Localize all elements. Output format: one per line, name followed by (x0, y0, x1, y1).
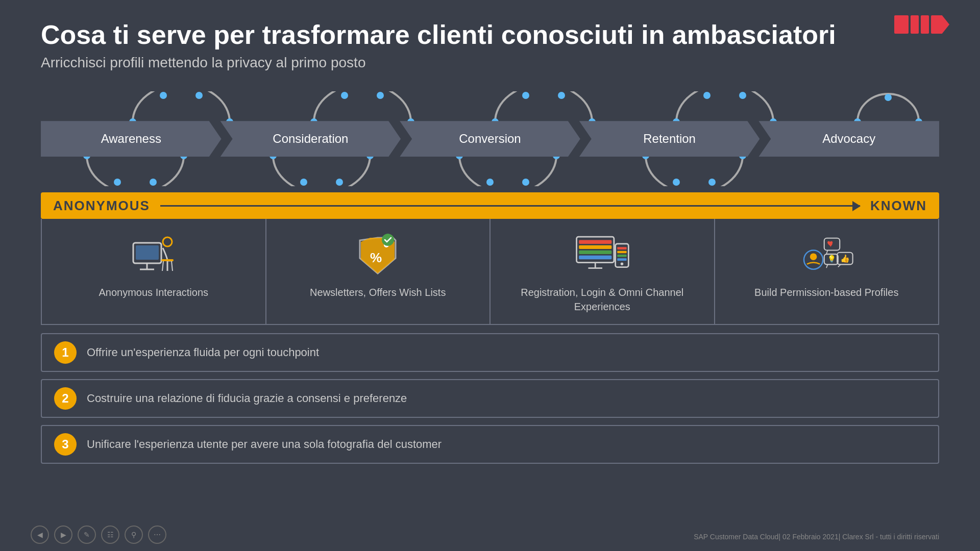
nav-more-button[interactable]: ⋯ (148, 525, 166, 544)
numbered-items-section: 1 Offrire un'esperienza fluida per ogni … (41, 333, 939, 464)
svg-point-21 (150, 179, 157, 186)
number-circle-2: 2 (54, 387, 77, 410)
card-label-newsletters: Newsletters, Offers Wish Lists (310, 285, 446, 299)
numbered-item-2: 2 Costruire una relazione di fiducia gra… (41, 379, 939, 418)
svg-point-59 (621, 262, 624, 265)
svg-rect-56 (617, 251, 626, 253)
stage-conversion: Conversion (400, 121, 580, 157)
svg-point-32 (673, 179, 680, 186)
svg-text:%: % (370, 250, 382, 265)
svg-rect-49 (579, 245, 611, 248)
numbered-item-3: 3 Unificare l'esperienza utente per aver… (41, 425, 939, 464)
screen-devices-icon (574, 231, 630, 277)
known-label: KNOWN (870, 198, 927, 214)
nav-grid-button[interactable]: ☷ (101, 525, 119, 544)
svg-line-42 (162, 261, 163, 271)
svg-point-28 (486, 179, 494, 186)
svg-point-1 (160, 92, 167, 99)
stage-awareness: Awareness (41, 121, 222, 157)
number-circle-3: 3 (54, 433, 77, 456)
numbered-item-1: 1 Offrire un'esperienza fluida per ogni … (41, 333, 939, 372)
svg-point-10 (558, 92, 565, 99)
svg-point-17 (885, 94, 892, 101)
sub-title: Arricchisci profili mettendo la privacy … (41, 55, 939, 71)
svg-point-39 (163, 237, 172, 246)
footer: SAP Customer Data Cloud| 02 Febbraio 202… (694, 533, 939, 541)
anon-known-bar: ANONYMOUS KNOWN (41, 192, 939, 219)
footer-text: SAP Customer Data Cloud| 02 Febbraio 202… (694, 533, 939, 541)
svg-rect-41 (161, 259, 174, 261)
svg-point-29 (522, 179, 529, 186)
svg-line-43 (172, 261, 173, 271)
nav-next-button[interactable]: ▶ (54, 525, 72, 544)
card-label-anonymous: Anonymous Interactions (99, 285, 208, 299)
svg-point-9 (522, 92, 529, 99)
item-text-3: Unificare l'esperienza utente per avere … (87, 438, 442, 451)
person-desk-icon (126, 231, 182, 277)
number-circle-1: 1 (54, 341, 77, 364)
stage-advocacy: Advocacy (758, 121, 939, 157)
arrow-line (160, 205, 860, 207)
profile-bubbles-icon: ♥ 👍 💡 (798, 231, 854, 277)
logo-icon (894, 15, 949, 34)
svg-point-25 (336, 179, 343, 186)
svg-text:♥: ♥ (828, 240, 832, 248)
anonymous-label: ANONYMOUS (53, 198, 150, 214)
svg-point-24 (300, 179, 307, 186)
cards-row: Anonymous Interactions % Newsletters, Of… (41, 219, 939, 325)
svg-point-33 (708, 179, 716, 186)
item-text-1: Offrire un'esperienza fluida per ogni to… (87, 346, 319, 359)
svg-rect-51 (579, 255, 611, 259)
svg-rect-50 (579, 250, 611, 254)
svg-text:👍: 👍 (840, 253, 850, 263)
svg-point-5 (341, 92, 348, 99)
stage-label-consideration: Consideration (273, 132, 348, 146)
card-anonymous: Anonymous Interactions (42, 219, 266, 324)
stage-retention: Retention (579, 121, 760, 157)
stage-consideration: Consideration (220, 121, 401, 157)
svg-text:💡: 💡 (827, 255, 836, 263)
svg-rect-57 (617, 255, 626, 257)
svg-point-2 (195, 92, 203, 99)
svg-rect-48 (579, 240, 611, 243)
card-label-registration: Registration, Login & Omni Channel Exper… (501, 285, 704, 314)
card-profiles: ♥ 👍 💡 Build Permission-based Profiles (715, 219, 939, 324)
nav-zoom-button[interactable]: ⚲ (125, 525, 143, 544)
logo (894, 15, 949, 34)
svg-point-6 (377, 92, 384, 99)
nav-buttons: ◀ ▶ ✎ ☷ ⚲ ⋯ (31, 525, 166, 544)
svg-point-20 (114, 179, 121, 186)
svg-point-61 (810, 253, 817, 260)
svg-rect-58 (617, 258, 626, 261)
svg-point-14 (739, 92, 746, 99)
svg-rect-36 (136, 245, 159, 260)
svg-line-64 (826, 250, 828, 254)
svg-point-46 (382, 234, 394, 246)
card-label-profiles: Build Permission-based Profiles (754, 285, 898, 299)
card-newsletters: % Newsletters, Offers Wish Lists (266, 219, 491, 324)
item-text-2: Costruire una relazione di fiducia grazi… (87, 392, 407, 405)
stage-label-retention: Retention (643, 132, 696, 146)
journey-section: Awareness Consideration Conversion Reten… (0, 81, 980, 186)
stage-label-advocacy: Advocacy (822, 132, 875, 146)
nav-edit-button[interactable]: ✎ (78, 525, 96, 544)
header-section: Cosa ti serve per trasformare clienti co… (0, 0, 980, 81)
svg-rect-55 (617, 247, 626, 249)
stage-label-conversion: Conversion (459, 132, 521, 146)
stage-label-awareness: Awareness (101, 132, 161, 146)
nav-prev-button[interactable]: ◀ (31, 525, 49, 544)
stages-bar: Awareness Consideration Conversion Reten… (41, 121, 939, 157)
card-registration: Registration, Login & Omni Channel Exper… (491, 219, 715, 324)
tag-offer-icon: % (350, 231, 406, 277)
main-title: Cosa ti serve per trasformare clienti co… (41, 20, 939, 49)
svg-point-13 (703, 92, 710, 99)
